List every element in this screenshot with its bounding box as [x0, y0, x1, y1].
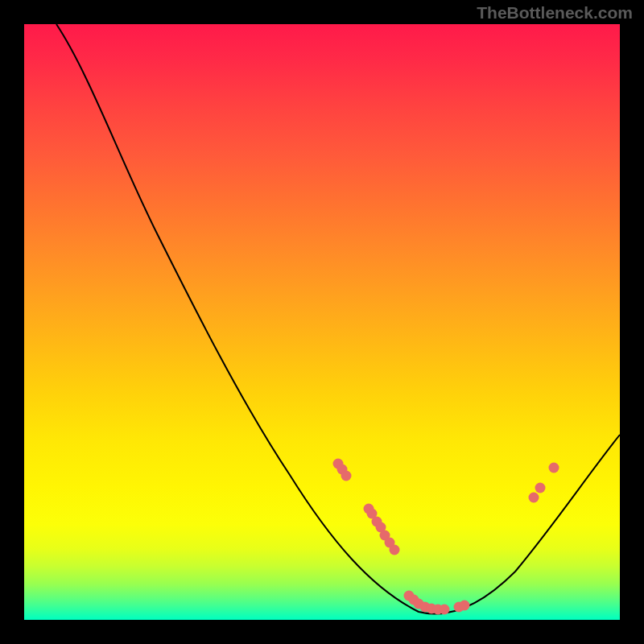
marker-group: [333, 459, 559, 615]
plot-area: [24, 24, 620, 620]
chart-svg: [24, 24, 620, 620]
data-point: [535, 483, 546, 493]
watermark-text: TheBottleneck.com: [477, 3, 633, 23]
bottleneck-curve: [56, 24, 620, 614]
data-point: [529, 493, 539, 503]
data-point: [440, 605, 450, 615]
data-point: [341, 471, 352, 481]
data-point: [460, 601, 470, 611]
data-point: [390, 545, 400, 555]
data-point: [549, 463, 559, 473]
